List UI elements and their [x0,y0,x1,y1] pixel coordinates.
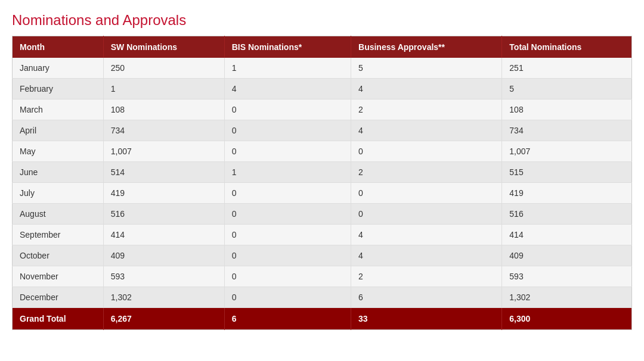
cell-month: September [13,225,104,245]
cell-bis_nominations: 1 [224,162,351,183]
cell-bis_nominations: 0 [224,141,351,162]
cell-sw_nominations: 593 [103,266,224,287]
cell-business_approvals: 0 [351,141,502,162]
cell-month: January [13,58,104,79]
cell-total_nominations: 251 [502,58,632,79]
cell-month: February [13,79,104,99]
cell-business_approvals: 2 [351,162,502,183]
cell-total_nominations: 419 [502,183,632,204]
col-header-bis-nominations: BIS Nominations* [224,36,351,58]
cell-business_approvals: 5 [351,58,502,79]
cell-business_approvals: 4 [351,120,502,141]
table-row: September41404414 [13,225,632,245]
cell-total_nominations: 516 [502,204,632,225]
table-row: February1445 [13,79,632,99]
cell-sw_nominations: 108 [103,99,224,120]
cell-month: March [13,99,104,120]
cell-sw_nominations: 1,302 [103,287,224,308]
cell-bis_nominations: 0 [224,287,351,308]
cell-sw_nominations: 516 [103,204,224,225]
cell-sw_nominations: 414 [103,225,224,245]
cell-total_nominations: 515 [502,162,632,183]
cell-month: October [13,245,104,266]
cell-business_approvals: 4 [351,225,502,245]
cell-total_nominations: 593 [502,266,632,287]
cell-bis_nominations: 0 [224,225,351,245]
cell-business_approvals: 2 [351,99,502,120]
cell-sw_nominations: 1,007 [103,141,224,162]
table-header-row: Month SW Nominations BIS Nominations* Bu… [13,36,632,58]
table-row: April73404734 [13,120,632,141]
cell-sw_nominations: 514 [103,162,224,183]
grand-total-business-approvals: 33 [351,308,502,330]
col-header-month: Month [13,36,104,58]
cell-total_nominations: 414 [502,225,632,245]
grand-total-sw-nominations: 6,267 [103,308,224,330]
cell-sw_nominations: 419 [103,183,224,204]
page-title: Nominations and Approvals [12,12,632,29]
cell-month: June [13,162,104,183]
cell-bis_nominations: 0 [224,120,351,141]
cell-business_approvals: 4 [351,79,502,99]
cell-bis_nominations: 0 [224,183,351,204]
cell-bis_nominations: 4 [224,79,351,99]
cell-business_approvals: 2 [351,266,502,287]
table-row: January25015251 [13,58,632,79]
cell-total_nominations: 1,302 [502,287,632,308]
cell-bis_nominations: 0 [224,204,351,225]
cell-sw_nominations: 1 [103,79,224,99]
col-header-sw-nominations: SW Nominations [103,36,224,58]
cell-bis_nominations: 0 [224,99,351,120]
cell-bis_nominations: 0 [224,266,351,287]
table-row: July41900419 [13,183,632,204]
cell-month: December [13,287,104,308]
table-row: May1,007001,007 [13,141,632,162]
table-row: November59302593 [13,266,632,287]
table-row: June51412515 [13,162,632,183]
cell-month: July [13,183,104,204]
col-header-total-nominations: Total Nominations [502,36,632,58]
cell-business_approvals: 4 [351,245,502,266]
cell-sw_nominations: 409 [103,245,224,266]
cell-total_nominations: 108 [502,99,632,120]
cell-bis_nominations: 0 [224,245,351,266]
cell-total_nominations: 409 [502,245,632,266]
cell-total_nominations: 1,007 [502,141,632,162]
cell-month: April [13,120,104,141]
cell-month: November [13,266,104,287]
cell-sw_nominations: 250 [103,58,224,79]
grand-total-total-nominations: 6,300 [502,308,632,330]
cell-business_approvals: 0 [351,204,502,225]
cell-sw_nominations: 734 [103,120,224,141]
col-header-business-approvals: Business Approvals** [351,36,502,58]
grand-total-bis-nominations: 6 [224,308,351,330]
cell-month: May [13,141,104,162]
table-row: August51600516 [13,204,632,225]
table-row: December1,302061,302 [13,287,632,308]
cell-total_nominations: 734 [502,120,632,141]
grand-total-row: Grand Total 6,267 6 33 6,300 [13,308,632,330]
table-row: March10802108 [13,99,632,120]
cell-bis_nominations: 1 [224,58,351,79]
cell-business_approvals: 6 [351,287,502,308]
table-row: October40904409 [13,245,632,266]
grand-total-label: Grand Total [13,308,104,330]
cell-total_nominations: 5 [502,79,632,99]
nominations-table: Month SW Nominations BIS Nominations* Bu… [12,36,632,330]
cell-business_approvals: 0 [351,183,502,204]
cell-month: August [13,204,104,225]
